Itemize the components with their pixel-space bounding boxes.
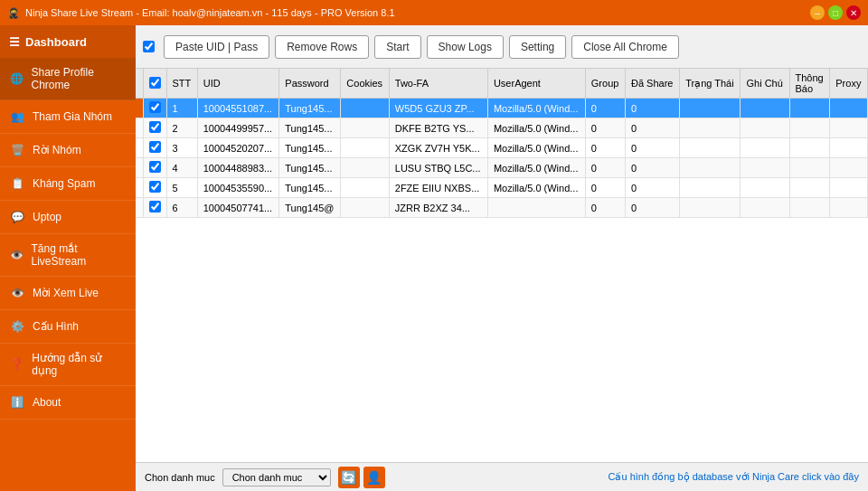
cell-notify <box>789 158 830 178</box>
row-checkbox-cell <box>143 138 166 158</box>
cell-status <box>680 99 741 118</box>
row-checkbox-cell <box>143 158 166 178</box>
category-select[interactable]: Chon danh muc <box>222 468 331 486</box>
row-checkbox-cell <box>143 99 166 118</box>
row-indicator <box>136 158 143 178</box>
cell-stt: 5 <box>166 178 197 198</box>
cell-note <box>741 99 789 118</box>
sidebar-item-settings[interactable]: ⚙️ Cấu Hình <box>0 310 136 344</box>
sidebar-label-join-group: Tham Gia Nhóm <box>33 110 112 123</box>
cell-note <box>741 198 789 218</box>
select-all-checkbox[interactable] <box>143 41 155 52</box>
row-checkbox-5[interactable] <box>149 201 161 212</box>
sidebar-item-guide[interactable]: ❓ Hướng dẫn sử dụng <box>0 344 136 386</box>
cell-uid: 10004488983... <box>197 158 279 178</box>
sidebar-item-leave-group[interactable]: 🗑️ Rời Nhóm <box>0 134 136 167</box>
minimize-button[interactable]: – <box>810 5 825 20</box>
cell-cookies <box>341 178 389 198</box>
cell-notify <box>789 198 830 218</box>
cell-stt: 4 <box>166 158 197 178</box>
sidebar-item-share-profile[interactable]: 🌐 Share Profile Chrome <box>0 58 136 100</box>
cell-note <box>741 158 789 178</box>
sidebar-label-share-profile: Share Profile Chrome <box>31 66 127 91</box>
sidebar-item-about[interactable]: ℹ️ About <box>0 386 136 420</box>
table-row[interactable]: 610004507741...Tung145@JZRR B2XZ 34...00 <box>136 198 868 218</box>
refresh-icon[interactable]: 🔄 <box>338 467 360 488</box>
cell-proxy <box>830 198 868 218</box>
sidebar-item-watch-live[interactable]: 👁️ Mời Xem Live <box>0 277 136 310</box>
sidebar-item-uptop[interactable]: 💬 Uptop <box>0 201 136 234</box>
table-row[interactable]: 110004551087...Tung145...W5D5 GZU3 ZP...… <box>136 99 868 118</box>
cell-status <box>680 158 741 178</box>
main-content: Paste UID | PassRemove RowsStartShow Log… <box>136 25 868 491</box>
sidebar-icon-about: ℹ️ <box>9 394 25 411</box>
table-row[interactable]: 510004535590...Tung145...2FZE EIIU NXBS.… <box>136 178 868 198</box>
cell-share: 0 <box>625 198 679 218</box>
cell-status <box>680 118 741 138</box>
row-checkbox-0[interactable] <box>149 101 161 113</box>
cell-useragent <box>487 198 585 218</box>
row-checkbox-cell <box>143 198 166 218</box>
sidebar-item-join-group[interactable]: 👥 Tham Gia Nhóm <box>0 100 136 134</box>
user-icon[interactable]: 👤 <box>363 467 385 488</box>
cell-stt: 3 <box>166 138 197 158</box>
cell-password: Tung145... <box>279 99 341 118</box>
sidebar-icon-share-profile: 🌐 <box>9 71 24 87</box>
row-checkbox-2[interactable] <box>149 141 161 153</box>
sidebar-label-livestream: Tăng mắt LiveStream <box>32 242 127 268</box>
cell-uid: 10004499957... <box>197 118 279 138</box>
table-row[interactable]: 310004520207...Tung145...XZGK ZV7H Y5K..… <box>136 138 868 158</box>
cell-share: 0 <box>625 99 679 118</box>
sidebar-icon-anti-spam: 📋 <box>9 175 25 192</box>
cell-group: 0 <box>585 198 625 218</box>
col-header-1: UID <box>197 69 279 99</box>
cell-cookies <box>341 158 389 178</box>
close-chrome-button[interactable]: Close All Chrome <box>571 35 679 59</box>
cell-twofa: DKFE B2TG YS... <box>389 118 487 138</box>
table-header: STTUIDPasswordCookiesTwo-FAUserAgentGrou… <box>136 69 868 99</box>
cell-uid: 10004535590... <box>197 178 279 198</box>
cell-share: 0 <box>625 118 679 138</box>
row-indicator <box>136 198 143 218</box>
table-row[interactable]: 210004499957...Tung145...DKFE B2TG YS...… <box>136 118 868 138</box>
menu-icon: ☰ <box>9 35 20 49</box>
table-row[interactable]: 410004488983...Tung145...LUSU STBQ L5C..… <box>136 158 868 178</box>
cell-status <box>680 138 741 158</box>
row-indicator <box>136 99 143 118</box>
cell-cookies <box>341 99 389 118</box>
app-title: Ninja Share Live Stream - Email: hoalv@n… <box>25 7 395 18</box>
remove-rows-button[interactable]: Remove Rows <box>275 35 369 59</box>
paste-uid-button[interactable]: Paste UID | Pass <box>164 35 269 59</box>
sidebar-label-settings: Cấu Hình <box>33 320 79 333</box>
setting-button[interactable]: Setting <box>509 35 566 59</box>
cell-stt: 6 <box>166 198 197 218</box>
cell-password: Tung145... <box>279 178 341 198</box>
header-checkbox[interactable] <box>149 77 161 89</box>
row-checkbox-1[interactable] <box>149 121 161 133</box>
sidebar-header-label: Dashboard <box>25 35 87 49</box>
cell-twofa: W5D5 GZU3 ZP... <box>389 99 487 118</box>
cell-share: 0 <box>625 158 679 178</box>
maximize-button[interactable]: □ <box>828 5 843 20</box>
col-header-2: Password <box>279 69 341 99</box>
start-button[interactable]: Start <box>374 35 420 59</box>
data-table-container[interactable]: STTUIDPasswordCookiesTwo-FAUserAgentGrou… <box>136 69 868 462</box>
cell-cookies <box>341 118 389 138</box>
sidebar-item-anti-spam[interactable]: 📋 Kháng Spam <box>0 167 136 201</box>
cell-proxy <box>830 118 868 138</box>
sidebar-icon-join-group: 👥 <box>9 109 25 125</box>
cell-note <box>741 178 789 198</box>
show-logs-button[interactable]: Show Logs <box>427 35 504 59</box>
row-checkbox-4[interactable] <box>149 181 161 193</box>
col-checkbox <box>143 69 166 99</box>
close-button[interactable]: ✕ <box>846 5 861 20</box>
cell-notify <box>789 138 830 158</box>
row-checkbox-3[interactable] <box>149 161 161 173</box>
col-header-11: Proxy <box>830 69 868 99</box>
database-link[interactable]: Cấu hình đồng bộ database với Ninja Care… <box>609 471 859 483</box>
cell-password: Tung145@ <box>279 198 341 218</box>
data-table: STTUIDPasswordCookiesTwo-FAUserAgentGrou… <box>136 69 868 218</box>
cell-proxy <box>830 99 868 118</box>
sidebar-item-livestream[interactable]: 👁️ Tăng mắt LiveStream <box>0 234 136 277</box>
col-header-4: Two-FA <box>389 69 487 99</box>
